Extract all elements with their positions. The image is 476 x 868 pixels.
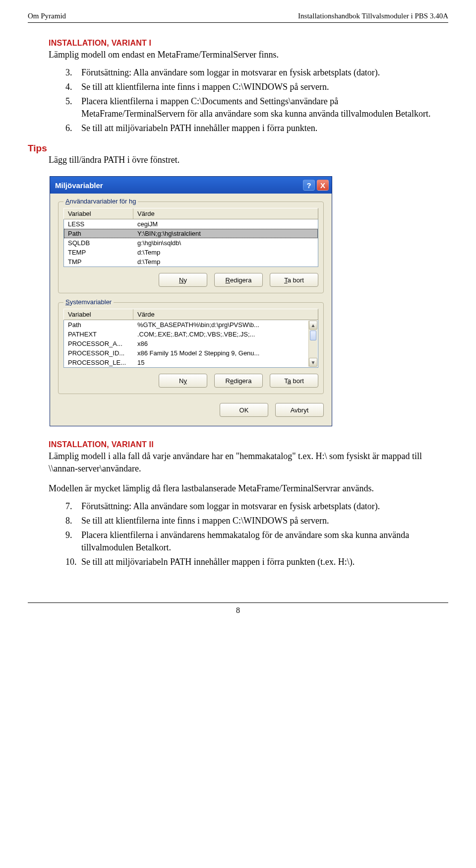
table-row[interactable]: TEMPd:\Temp — [64, 248, 318, 257]
list-item: 6.Se till att miljövariabeln PATH innehå… — [65, 122, 443, 134]
cancel-button[interactable]: Avbryt — [275, 403, 324, 417]
col-variable[interactable]: Variabel — [64, 309, 133, 320]
help-icon[interactable]: ? — [303, 180, 315, 191]
edit-button[interactable]: Redigera — [214, 374, 263, 388]
list-number: 6. — [65, 122, 72, 134]
list-number: 9. — [65, 529, 72, 541]
list-text: Se till att miljövariabeln PATH innehåll… — [81, 123, 317, 133]
variant2-para2: Modellen är mycket lämplig då flera last… — [49, 482, 443, 494]
list-item: 7.Förutsättning: Alla användare som logg… — [65, 500, 443, 513]
cell-val: .COM;.EXE;.BAT;.CMD;.VBS;.VBE;.JS;... — [133, 330, 309, 339]
variant2-list: 7.Förutsättning: Alla användare som logg… — [49, 500, 443, 568]
list-text: Se till att miljövariabeln PATH innehåll… — [81, 557, 355, 567]
scroll-down-icon[interactable]: ▼ — [309, 358, 317, 367]
table-row[interactable]: Path%GTK_BASEPATH%\bin;d:\prg\PVSW\b... — [64, 320, 309, 330]
system-vars-list[interactable]: Path%GTK_BASEPATH%\bin;d:\prg\PVSW\b... … — [63, 320, 318, 368]
variant1-heading: INSTALLATION, VARIANT I — [49, 39, 443, 48]
cell-val: Y:\BIN;g:\hg\stralclient — [133, 229, 318, 238]
table-row[interactable]: LESScegiJM — [64, 219, 318, 229]
cell-val: %GTK_BASEPATH%\bin;d:\prg\PVSW\b... — [133, 320, 309, 330]
list-number: 10. — [65, 556, 77, 568]
delete-button[interactable]: Ta bort — [270, 273, 318, 287]
cell-var: SQLDB — [64, 238, 133, 248]
header-rule — [28, 22, 448, 23]
header-right: Installationshandbok Tillvalsmoduler i P… — [298, 12, 448, 20]
ok-button[interactable]: OK — [220, 403, 268, 417]
table-row[interactable]: PATHEXT.COM;.EXE;.BAT;.CMD;.VBS;.VBE;.JS… — [64, 330, 309, 339]
footer-rule — [28, 602, 448, 603]
table-row[interactable]: PathY:\BIN;g:\hg\stralclient — [64, 229, 318, 238]
table-row[interactable]: PROCESSOR_A...x86 — [64, 339, 309, 348]
list-item: 4.Se till att klientfilerna inte finns i… — [65, 81, 443, 93]
env-vars-dialog: Miljövariabler ? X AAnvändarvariabler fö… — [50, 176, 332, 426]
dialog-title: Miljövariabler — [55, 181, 103, 190]
list-number: 4. — [65, 81, 72, 93]
user-vars-group: AAnvändarvariabler för hgnvändarvariable… — [58, 201, 324, 293]
edit-button[interactable]: Redigera — [214, 273, 263, 287]
scroll-up-icon[interactable]: ▲ — [309, 321, 317, 330]
cell-val: d:\Temp — [133, 257, 318, 267]
system-vars-legend: Systemvariabler — [63, 298, 114, 306]
list-item: 10.Se till att miljövariabeln PATH inneh… — [65, 556, 443, 568]
cell-val: 15 — [133, 358, 309, 367]
list-item: 8.Se till att klientfilerna inte finns i… — [65, 515, 443, 527]
scrollbar[interactable]: ▲ ▼ — [308, 321, 317, 367]
list-number: 5. — [65, 95, 72, 108]
list-number: 8. — [65, 515, 72, 527]
list-text: Förutsättning: Alla användare som loggar… — [81, 67, 380, 77]
new-button[interactable]: Ny — [159, 273, 207, 287]
table-row[interactable]: PROCESSOR_LE...15 — [64, 358, 309, 367]
page-number: 8 — [28, 606, 448, 615]
dialog-titlebar[interactable]: Miljövariabler ? X — [50, 177, 332, 194]
cell-var: PROCESSOR_A... — [64, 339, 133, 348]
header-left: Om Pyramid — [28, 12, 66, 20]
cell-var: Path — [64, 320, 133, 330]
system-vars-header[interactable]: Variabel Värde — [63, 309, 318, 320]
variant1-list: 3.Förutsättning: Alla användare som logg… — [49, 67, 443, 134]
user-vars-list[interactable]: LESScegiJM PathY:\BIN;g:\hg\stralclient … — [63, 219, 318, 267]
variant1-intro: Lämplig modell om endast en MetaFrame/Te… — [49, 49, 443, 61]
cell-val: x86 — [133, 339, 309, 348]
delete-button[interactable]: Ta bort — [270, 374, 318, 388]
scroll-track[interactable] — [309, 341, 317, 358]
tips-body: Lägg till/ändra PATH i övre fönstret. — [49, 155, 443, 165]
variant2-intro: Lämplig modell i alla fall då varje anvä… — [49, 450, 443, 474]
cell-var: TEMP — [64, 248, 133, 257]
table-row[interactable]: SQLDBg:\hg\bin\sqldb\ — [64, 238, 318, 248]
cell-val: d:\Temp — [133, 248, 318, 257]
user-vars-legend: AAnvändarvariabler för hgnvändarvariable… — [63, 198, 138, 205]
list-text: Placera klientfilerna i mappen C:\Docume… — [81, 96, 431, 119]
cell-val: g:\hg\bin\sqldb\ — [133, 238, 318, 248]
list-item: 5.Placera klientfilerna i mappen C:\Docu… — [65, 95, 443, 120]
cell-val: x86 Family 15 Model 2 Stepping 9, Genu..… — [133, 348, 309, 358]
cell-var: PROCESSOR_ID... — [64, 348, 133, 358]
system-vars-group: Systemvariabler Variabel Värde Path%GTK_… — [58, 302, 324, 394]
table-row[interactable]: TMPd:\Temp — [64, 257, 318, 267]
list-text: Se till att klientfilerna inte finns i m… — [81, 82, 329, 92]
scroll-thumb[interactable] — [310, 331, 316, 340]
list-number: 3. — [65, 67, 72, 79]
user-vars-header[interactable]: Variabel Värde — [63, 208, 318, 219]
col-value[interactable]: Värde — [133, 309, 318, 320]
close-icon[interactable]: X — [317, 180, 329, 191]
col-variable[interactable]: Variabel — [64, 208, 133, 219]
list-item: 9.Placera klientfilerna i användarens he… — [65, 529, 443, 554]
list-item: 3.Förutsättning: Alla användare som logg… — [65, 67, 443, 79]
cell-val: cegiJM — [133, 219, 318, 229]
variant2-heading: INSTALLATION, VARIANT II — [49, 440, 443, 449]
list-text: Se till att klientfilerna inte finns i m… — [81, 516, 329, 526]
col-value[interactable]: Värde — [133, 208, 318, 219]
cell-var: PATHEXT — [64, 330, 133, 339]
list-text: Placera klientfilerna i användarens hemm… — [81, 530, 409, 552]
list-text: Förutsättning: Alla användare som loggar… — [81, 501, 380, 511]
cell-var: LESS — [64, 219, 133, 229]
tips-label: Tips — [28, 143, 443, 154]
new-button[interactable]: Ny — [159, 374, 207, 388]
cell-var: Path — [64, 229, 133, 238]
cell-var: TMP — [64, 257, 133, 267]
list-number: 7. — [65, 500, 72, 513]
cell-var: PROCESSOR_LE... — [64, 358, 133, 367]
table-row[interactable]: PROCESSOR_ID...x86 Family 15 Model 2 Ste… — [64, 348, 309, 358]
